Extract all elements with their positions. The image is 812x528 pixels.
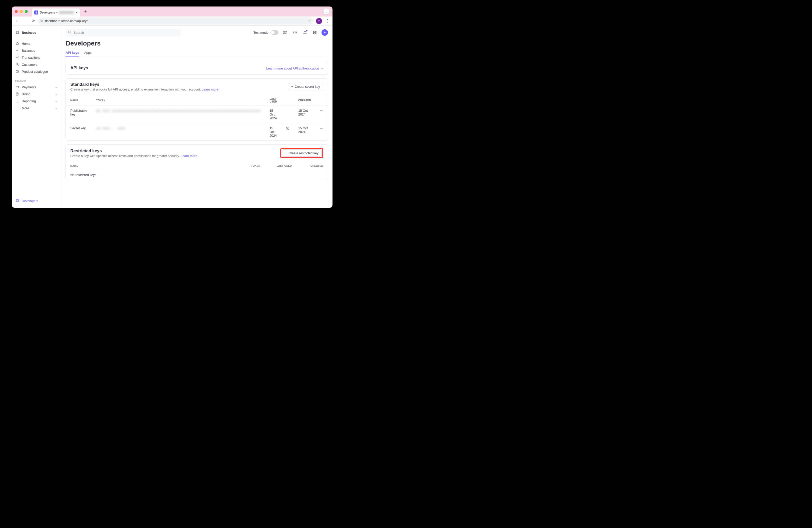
arrow-right-icon: →	[320, 67, 323, 70]
sidebar-products-label: Products	[12, 75, 61, 84]
profile-avatar[interactable]: m	[316, 18, 322, 24]
browser-menu-icon[interactable]: ⋮	[324, 18, 331, 23]
transactions-icon	[15, 56, 19, 59]
sidebar-item-billing[interactable]: Billing ⌄	[12, 90, 61, 98]
minimize-window[interactable]	[20, 10, 23, 13]
sidebar-item-product-catalogue[interactable]: Product catalogue	[12, 68, 61, 75]
standard-keys-table: NAME TOKEN LAST USED CREATED Publishable…	[66, 95, 328, 141]
back-button[interactable]: ←	[14, 17, 21, 25]
store-icon	[15, 30, 19, 34]
reload-button[interactable]: ⟳	[30, 17, 37, 25]
tab-apps[interactable]: Apps	[84, 49, 92, 57]
learn-more-auth-link[interactable]: Learn more about API authentication →	[266, 67, 323, 70]
tab-title-redacted	[59, 11, 74, 14]
payments-icon	[15, 85, 19, 89]
page-title: Developers	[66, 40, 328, 47]
sidebar-item-transactions[interactable]: Transactions	[12, 54, 61, 61]
col-created: CREATED	[294, 95, 316, 106]
standard-keys-title: Standard keys	[70, 82, 285, 87]
restricted-keys-table: NAME TOKEN LAST USED CREATED No restrict…	[66, 162, 328, 180]
plus-icon: +	[291, 85, 293, 88]
help-icon[interactable]	[291, 29, 299, 36]
api-keys-header-card: API keys Learn more about API authentica…	[66, 62, 328, 75]
key-created: 15 Oct 2024	[294, 106, 316, 123]
billing-icon	[15, 92, 19, 96]
customers-icon	[15, 62, 19, 67]
callout-highlight: + Create restricted key	[280, 148, 323, 158]
restricted-learn-more-link[interactable]: Learn more	[181, 154, 197, 158]
chevron-down-icon: ⌄	[55, 86, 57, 89]
chevron-down-icon: ⌄	[55, 92, 57, 96]
svg-rect-1	[16, 86, 19, 88]
maximize-window[interactable]	[25, 10, 28, 13]
svg-point-4	[69, 31, 71, 33]
sidebar-item-reporting[interactable]: Reporting ⌄	[12, 98, 61, 104]
new-tab-button[interactable]: +	[82, 8, 89, 15]
create-restricted-key-button[interactable]: + Create restricted key	[282, 149, 322, 157]
svg-point-0	[17, 63, 18, 64]
chevron-down-icon: ⌄	[55, 106, 57, 110]
col-token: TOKEN	[239, 162, 265, 170]
sidebar-business[interactable]: Business	[12, 29, 61, 36]
notifications-icon[interactable]	[302, 29, 308, 36]
col-name: NAME	[66, 95, 91, 106]
more-icon: ⋯	[15, 106, 19, 110]
restricted-keys-title: Restricted keys	[70, 148, 277, 153]
stripe-favicon: S	[34, 11, 38, 15]
svg-rect-5	[284, 31, 285, 32]
col-info	[281, 95, 294, 106]
site-info-icon[interactable]: ⚙	[40, 19, 43, 23]
tab-title: Developers –	[40, 11, 58, 14]
col-name: NAME	[66, 162, 238, 170]
forward-button[interactable]: →	[22, 17, 29, 25]
browser-tab[interactable]: S Developers – ×	[32, 9, 80, 16]
address-bar[interactable]: ⚙ dashboard.stripe.com/apikeys ☆	[38, 17, 314, 25]
key-name: Secret key	[66, 123, 91, 141]
key-name: Publishable key	[66, 106, 91, 123]
create-button[interactable]: +	[321, 29, 328, 36]
reporting-icon	[15, 99, 19, 103]
close-window[interactable]	[15, 10, 18, 13]
search-placeholder: Search	[73, 31, 84, 34]
key-created: 15 Oct 2024	[294, 123, 316, 141]
api-keys-title: API keys	[70, 65, 263, 71]
apps-icon[interactable]	[281, 29, 289, 36]
col-created: CREATED	[296, 162, 328, 170]
empty-state: No restricted keys	[66, 170, 328, 180]
table-row: No restricted keys	[66, 170, 328, 180]
restricted-keys-subtitle: Create a key with specific access limits…	[70, 154, 277, 158]
search-input[interactable]: Search	[66, 29, 180, 36]
tab-api-keys[interactable]: API keys	[66, 49, 79, 57]
sidebar-item-payments[interactable]: Payments ⌄	[12, 84, 61, 90]
plus-icon: +	[285, 151, 287, 155]
svg-rect-6	[285, 31, 287, 32]
key-last-used: 15 Oct 2024	[265, 123, 281, 141]
home-icon	[15, 42, 19, 45]
sidebar-item-customers[interactable]: Customers	[12, 61, 61, 68]
restricted-keys-card: Restricted keys Create a key with specif…	[66, 144, 328, 180]
sidebar-item-home[interactable]: Home	[12, 40, 61, 47]
settings-icon[interactable]	[311, 29, 319, 36]
row-menu-icon[interactable]: ⋯	[316, 106, 328, 123]
tab-overflow-button[interactable]: ⌄	[323, 9, 330, 15]
search-icon	[68, 30, 72, 35]
key-token[interactable]: sk_test_...xxxx	[92, 123, 265, 141]
svg-point-9	[315, 32, 316, 33]
sidebar-item-more[interactable]: ⋯ More ⌄	[12, 104, 61, 112]
close-tab-icon[interactable]: ×	[75, 11, 77, 15]
table-row: Secret key sk_test_...xxxx 15 Oct 2024 ⓘ…	[66, 123, 328, 141]
key-last-used: 15 Oct 2024	[265, 106, 281, 123]
table-row: Publishable key pk_test_xxxxxxxxxxxxxxxx…	[66, 106, 328, 123]
window-controls	[15, 10, 28, 13]
sidebar-item-balances[interactable]: Balances	[12, 47, 61, 54]
key-token[interactable]: pk_test_xxxxxxxxxxxxxxxxxxxxxxxxxxxxxxxx…	[92, 106, 265, 123]
row-menu-icon[interactable]: ⋯	[316, 123, 328, 141]
standard-learn-more-link[interactable]: Learn more	[202, 88, 218, 91]
sidebar-item-developers[interactable]: Developers	[12, 197, 61, 204]
bookmark-star-icon[interactable]: ☆	[308, 19, 311, 23]
test-mode-toggle[interactable]	[271, 30, 278, 35]
create-secret-key-button[interactable]: + Create secret key	[288, 83, 323, 90]
col-last-used: LAST USED	[265, 162, 296, 170]
info-icon[interactable]: ⓘ	[281, 123, 294, 141]
col-last-used: LAST USED	[265, 95, 281, 106]
